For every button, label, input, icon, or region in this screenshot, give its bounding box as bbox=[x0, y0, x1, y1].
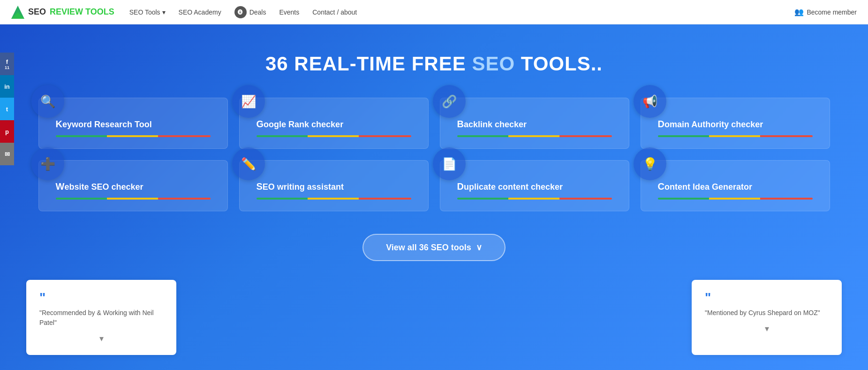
hero-title-seo: SEO bbox=[472, 53, 515, 75]
backlink-title: Backlink checker bbox=[452, 119, 618, 130]
testimonial-arrow-1[interactable]: ▾ bbox=[39, 333, 163, 344]
social-facebook[interactable]: f 11 bbox=[0, 53, 14, 75]
backlink-icon: 🔗 bbox=[433, 85, 466, 118]
linkedin-icon: in bbox=[4, 83, 10, 90]
view-all-chevron: ∨ bbox=[476, 242, 482, 253]
social-sidebar: f 11 in t p ✉ bbox=[0, 53, 14, 165]
testimonials-row: " "Recommended by & Working with Neil Pa… bbox=[0, 280, 868, 355]
nav-deals[interactable]: 🅐 Deals bbox=[234, 6, 266, 18]
hero-title: 36 REAL-TIME FREE SEO TOOLS.. bbox=[0, 53, 868, 75]
tool-card-seo-writing[interactable]: ✏️ SEO writing assistant bbox=[239, 160, 429, 211]
hero-section: f 11 in t p ✉ 36 REAL-TIME FREE SEO TOOL… bbox=[0, 24, 868, 370]
nav-events[interactable]: Events bbox=[279, 8, 299, 16]
social-pinterest[interactable]: p bbox=[0, 120, 14, 143]
duplicate-content-title: Duplicate content checker bbox=[452, 181, 618, 192]
tool-card-website-seo[interactable]: ➕ Website SEO checker bbox=[38, 160, 228, 211]
nav-contact[interactable]: Contact / about bbox=[312, 8, 357, 16]
pinterest-icon: p bbox=[5, 128, 9, 135]
facebook-count: 11 bbox=[5, 65, 9, 70]
social-twitter[interactable]: t bbox=[0, 98, 14, 120]
testimonial-text-2: "Mentioned by Cyrus Shepard on MOZ" bbox=[705, 308, 829, 318]
view-all-button[interactable]: View all 36 SEO tools ∨ bbox=[362, 234, 506, 261]
website-seo-underline bbox=[56, 198, 211, 200]
duplicate-content-underline bbox=[457, 198, 612, 200]
google-rank-icon: 📈 bbox=[232, 85, 265, 118]
chevron-down-icon: ▾ bbox=[99, 333, 104, 344]
testimonial-card-2: " "Mentioned by Cyrus Shepard on MOZ" ▾ bbox=[692, 280, 842, 355]
deals-avatar: 🅐 bbox=[234, 6, 247, 18]
testimonial-quote-2: " bbox=[705, 291, 829, 304]
content-idea-icon: 💡 bbox=[634, 147, 666, 180]
tool-card-domain-authority[interactable]: 📢 Domain Authority checker bbox=[641, 98, 830, 149]
keyword-research-title: Keyword Research Tool bbox=[50, 119, 216, 130]
testimonial-arrow-2[interactable]: ▾ bbox=[705, 324, 829, 334]
brand-rest: REVIEW TOOLS bbox=[50, 7, 114, 17]
brand-seo: SEO bbox=[28, 7, 46, 17]
view-all-section: View all 36 SEO tools ∨ bbox=[0, 234, 868, 261]
testimonial-quote-1: " bbox=[39, 291, 163, 304]
seo-writing-title: SEO writing assistant bbox=[251, 181, 417, 192]
facebook-icon: f bbox=[6, 58, 8, 65]
keyword-research-icon: 🔍 bbox=[31, 85, 64, 118]
domain-authority-icon: 📢 bbox=[634, 85, 666, 118]
google-rank-underline bbox=[257, 135, 411, 137]
social-linkedin[interactable]: in bbox=[0, 75, 14, 98]
become-member-link[interactable]: 👥 Become member bbox=[794, 8, 857, 16]
tool-card-content-idea[interactable]: 💡 Content Idea Generator bbox=[641, 160, 830, 211]
social-email[interactable]: ✉ bbox=[0, 143, 14, 165]
hero-title-prefix: 36 REAL-TIME FREE bbox=[265, 53, 472, 75]
backlink-underline bbox=[457, 135, 612, 137]
testimonial-text-1: "Recommended by & Working with Neil Pate… bbox=[39, 308, 163, 328]
tool-card-duplicate-content[interactable]: 📄 Duplicate content checker bbox=[440, 160, 629, 211]
nav-seo-academy[interactable]: SEO Academy bbox=[179, 8, 221, 16]
navbar: SEO REVIEW TOOLS SEO Tools ▾ SEO Academy… bbox=[0, 0, 868, 24]
content-idea-title: Content Idea Generator bbox=[652, 181, 818, 192]
hero-heading: 36 REAL-TIME FREE SEO TOOLS.. bbox=[0, 24, 868, 98]
duplicate-content-icon: 📄 bbox=[433, 147, 466, 180]
seo-writing-underline bbox=[257, 198, 411, 200]
website-seo-icon: ➕ bbox=[31, 147, 64, 180]
domain-authority-title: Domain Authority checker bbox=[652, 119, 818, 130]
twitter-icon: t bbox=[6, 106, 8, 113]
logo-icon bbox=[11, 6, 24, 19]
view-all-label: View all 36 SEO tools bbox=[386, 243, 471, 253]
nav-seo-tools[interactable]: SEO Tools ▾ bbox=[129, 8, 166, 16]
tools-grid: 🔍 Keyword Research Tool 📈 Google Rank ch… bbox=[12, 98, 856, 211]
nav-links: SEO Tools ▾ SEO Academy 🅐 Deals Events C… bbox=[129, 6, 795, 18]
tool-card-keyword-research[interactable]: 🔍 Keyword Research Tool bbox=[38, 98, 228, 149]
content-idea-underline bbox=[658, 198, 813, 200]
domain-authority-underline bbox=[658, 135, 813, 137]
email-icon: ✉ bbox=[5, 151, 10, 158]
chevron-down-icon: ▾ bbox=[162, 8, 166, 16]
member-icon: 👥 bbox=[794, 8, 804, 16]
tool-card-backlink[interactable]: 🔗 Backlink checker bbox=[440, 98, 629, 149]
hero-title-suffix: TOOLS.. bbox=[515, 53, 603, 75]
testimonial-card-1: " "Recommended by & Working with Neil Pa… bbox=[26, 280, 176, 355]
brand-logo[interactable]: SEO REVIEW TOOLS bbox=[11, 6, 114, 19]
chevron-down-icon-2: ▾ bbox=[765, 324, 769, 334]
google-rank-title: Google Rank checker bbox=[251, 119, 417, 130]
tool-card-google-rank[interactable]: 📈 Google Rank checker bbox=[239, 98, 429, 149]
keyword-research-underline bbox=[56, 135, 211, 137]
seo-writing-icon: ✏️ bbox=[232, 147, 265, 180]
website-seo-title: Website SEO checker bbox=[50, 181, 216, 192]
